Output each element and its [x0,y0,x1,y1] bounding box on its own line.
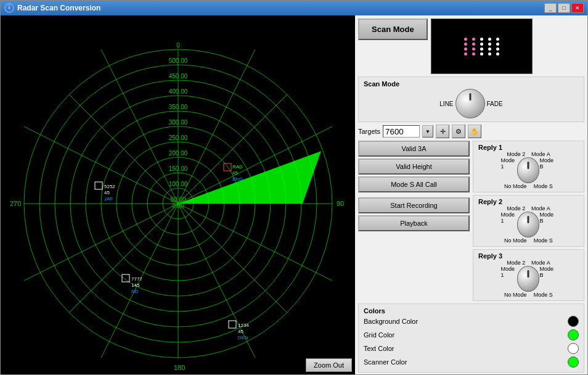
title-bar: Radar Scan Conversion _ □ ✕ [1,1,587,15]
dot-col-1 [464,38,467,56]
radar-display: 0 500.00 450.00 400.00 350.00 300.00 250… [1,15,355,374]
svg-text:DEN: DEN [238,335,248,340]
dot-col-5 [496,38,499,56]
minimize-button[interactable]: _ [544,3,557,13]
dot [464,52,467,56]
targets-label: Targets [358,128,380,135]
main-window: Radar Scan Conversion _ □ ✕ [0,0,588,375]
dot [464,43,467,46]
modes-label-r2: Mode S [534,237,553,244]
scan-mode-knob[interactable] [455,89,485,118]
svg-text:150.00: 150.00 [169,165,188,172]
reply1-knob[interactable] [517,157,540,183]
grid-color-row: Grid Color [364,328,579,342]
dot [464,47,467,51]
playback-button[interactable]: Playback [358,215,470,231]
text-color-swatch[interactable] [568,343,579,354]
content-area: 0 500.00 450.00 400.00 350.00 300.00 250… [1,15,587,374]
svg-text:45: 45 [238,329,243,334]
svg-text:200.00: 200.00 [169,150,188,157]
svg-text:45: 45 [232,170,238,176]
modea-label-r3: Mode A [531,260,550,266]
targets-dropdown[interactable]: ▼ [422,125,433,138]
dot [472,52,475,56]
reply1-tick-bot: No Mode Mode S [501,183,557,189]
app-icon [4,3,14,13]
two-col: Valid 3A Valid Height Mode S All Call St… [358,141,584,301]
window-title: Radar Scan Conversion [17,4,100,12]
background-color-row: Background Color [364,315,579,328]
mode2-label-r3: Mode 2 [507,260,525,266]
targets-input[interactable] [383,125,420,138]
dot [496,43,499,46]
targets-icon3[interactable]: ✋ [468,125,481,138]
modes-label-r3: Mode S [534,292,553,298]
svg-text:5252: 5252 [104,184,115,189]
svg-text:90: 90 [337,200,344,207]
svg-text:0: 0 [176,42,180,49]
scan-mode-button[interactable]: Scan Mode [358,19,428,40]
modes-label-r1: Mode S [534,183,553,189]
title-bar-left: Radar Scan Conversion [4,3,100,13]
svg-point-2 [8,7,10,9]
reply2-knob[interactable] [517,212,540,237]
valid-height-button[interactable]: Valid Height [358,159,470,175]
scanner-color-label: Scanner Color [364,358,407,366]
background-color-label: Background Color [364,318,418,325]
svg-text:270: 270 [10,200,21,207]
reply1-tick-top: Mode 2 Mode A [504,151,553,157]
background-color-swatch[interactable] [568,316,579,327]
svg-text:250.00: 250.00 [169,134,188,141]
dot [488,43,491,46]
reply1-tick-mid: Mode 1 Mode B [501,157,557,183]
svg-text:45: 45 [104,190,110,196]
reply3-label: Reply 3 [478,252,579,260]
right-panel: Scan Mode [355,15,587,374]
svg-text:350.00: 350.00 [169,104,188,110]
preview-dots [464,38,499,56]
svg-text:1234: 1234 [238,323,249,328]
mode1-label-r1: Mode 1 [501,157,517,183]
dot [488,52,491,56]
text-color-label: Text Color [364,345,394,352]
dot-col-2 [472,38,475,56]
radar-svg: 0 500.00 450.00 400.00 350.00 300.00 250… [1,15,355,374]
reply1-knob-area: Mode 2 Mode A Mode 1 Mode B No Mode Mode… [478,151,579,189]
reply2-knob-area: Mode 2 Mode A Mode 1 Mode B No Mode Mode… [478,205,579,244]
mode1-label-r2: Mode 1 [501,212,517,237]
svg-text:500.00: 500.00 [169,57,188,64]
maximize-button[interactable]: □ [558,3,570,13]
svg-text:JAF: JAF [104,196,113,202]
col-left: Valid 3A Valid Height Mode S All Call St… [358,141,470,301]
mode-s-all-call-button[interactable]: Mode S All Call [358,176,470,192]
dot [496,38,499,41]
svg-text:100.00: 100.00 [169,181,188,188]
svg-text:ND: ND [131,289,139,294]
modeb-label-r2: Mode B [539,212,556,237]
scanner-color-swatch[interactable] [568,356,579,368]
nomode-label-r3: No Mode [504,292,527,298]
targets-icon1[interactable]: ✛ [436,125,449,138]
valid-3a-button[interactable]: Valid 3A [358,141,470,157]
zoom-out-button[interactable]: Zoom Out [306,358,352,372]
reply3-knob[interactable] [517,266,540,292]
dot [472,38,475,41]
svg-text:7777: 7777 [131,276,142,282]
modeb-label-r3: Mode B [539,266,556,292]
close-button[interactable]: ✕ [571,3,584,13]
dot [488,38,491,41]
reply3-tick-bot: No Mode Mode S [501,292,557,298]
targets-icon2[interactable]: ⚙ [452,125,465,138]
modea-label-r2: Mode A [531,205,550,212]
colors-section: Colors Background Color Grid Color Text … [358,303,584,373]
scanner-color-row: Scanner Color [364,355,579,369]
dot [488,47,491,51]
dot [464,38,467,41]
colors-label: Colors [364,307,579,315]
dot [480,38,483,41]
text-color-row: Text Color [364,342,579,355]
scan-mode-label: Scan Mode [364,80,399,88]
start-recording-button[interactable]: Start Recording [358,197,470,213]
grid-color-swatch[interactable] [568,329,579,340]
dot-col-4 [488,38,491,56]
